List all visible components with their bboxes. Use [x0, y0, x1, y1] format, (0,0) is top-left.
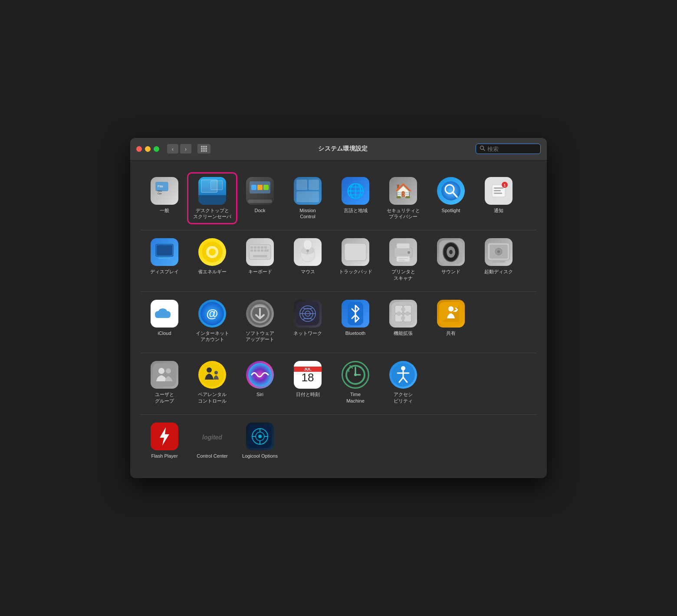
section-internet: iCloud @ [141, 292, 536, 354]
general-icon: File New Ope [151, 177, 178, 205]
pref-bluetooth[interactable]: Bluetooth [332, 296, 379, 346]
pref-timemachine[interactable]: TimeMachine [332, 357, 379, 407]
desktop-screensaver-label: デスクトップとスクリーンセーバ [193, 207, 231, 220]
pref-spotlight[interactable]: Spotlight [427, 174, 475, 223]
extensions-icon-img [389, 300, 417, 328]
svg-rect-41 [261, 249, 263, 252]
pref-users[interactable]: ユーザとグループ [141, 357, 188, 407]
pref-notification[interactable]: 1 通知 [475, 174, 523, 223]
svg-rect-7 [203, 150, 205, 152]
svg-point-81 [401, 307, 405, 311]
svg-rect-54 [398, 258, 408, 259]
pref-network[interactable]: ネットワーク [284, 296, 332, 346]
flash-icon [151, 423, 178, 450]
spotlight-icon-img [437, 177, 465, 205]
desktop-screensaver-icon [198, 177, 226, 205]
pref-general[interactable]: File New Ope 一般 [141, 174, 188, 223]
pref-logicool[interactable]: Logicool Options [236, 419, 284, 462]
network-label: ネットワーク [293, 330, 322, 336]
forward-button[interactable]: › [180, 144, 191, 154]
pref-printer[interactable]: プリンタとスキャナ [379, 235, 427, 285]
section-hardware: ディスプレイ 省エネルギー [141, 230, 536, 292]
pref-startup[interactable]: 起動ディスク [475, 235, 523, 285]
window-title: システム環境設定 [215, 145, 471, 153]
maximize-button[interactable] [154, 146, 159, 152]
icloud-icon-img [151, 300, 178, 328]
mouse-label: マウス [301, 269, 315, 275]
display-icon-img [151, 238, 178, 266]
svg-rect-21 [494, 190, 501, 191]
parental-icon-img [198, 361, 226, 389]
users-icon [151, 361, 178, 389]
svg-rect-2 [205, 146, 207, 147]
back-button[interactable]: ‹ [167, 144, 178, 154]
svg-point-64 [497, 250, 500, 253]
search-box[interactable] [476, 144, 541, 154]
pref-sharing[interactable]: 共有 [427, 296, 475, 346]
pref-mouse[interactable]: マウス [284, 235, 332, 285]
pref-language[interactable]: 🌐 言語と地域 [332, 174, 379, 223]
section-other: Flash Player logited Control Center [141, 415, 536, 469]
sharing-icon-img [437, 300, 465, 328]
pref-dock[interactable]: Dock [236, 174, 284, 223]
svg-rect-35 [257, 246, 260, 249]
keyboard-icon-img [246, 238, 274, 266]
svg-point-88 [158, 368, 164, 374]
pref-desktop-screensaver[interactable]: デスクトップとスクリーンセーバ [188, 174, 236, 223]
mouse-icon-img [294, 238, 322, 266]
general-icon-img: File New Ope [151, 177, 178, 205]
svg-point-86 [448, 306, 454, 311]
display-label: ディスプレイ [150, 269, 179, 275]
pref-icloud[interactable]: iCloud [141, 296, 188, 346]
pref-flash[interactable]: Flash Player [141, 419, 188, 462]
pref-mission-control[interactable]: MissionControl [284, 174, 332, 223]
dock-icon-img [246, 177, 274, 205]
datetime-icon: JUL 18 [294, 361, 322, 389]
svg-rect-8 [205, 150, 207, 152]
pref-parental[interactable]: ペアレンタルコントロール [188, 357, 236, 407]
trackpad-icon [342, 238, 369, 266]
svg-rect-0 [201, 146, 203, 147]
pref-logitech[interactable]: logited Control Center [188, 419, 236, 462]
search-input[interactable] [487, 146, 535, 152]
siri-icon [246, 361, 274, 389]
section-personal-row: File New Ope 一般 [141, 174, 523, 223]
pref-internet-accounts[interactable]: @ インターネットアカウント [188, 296, 236, 346]
svg-rect-34 [254, 246, 256, 249]
general-label: 一般 [160, 207, 169, 213]
trackpad-icon-img [342, 238, 369, 266]
pref-security[interactable]: 🏠 セキュリティとプライバシー [379, 174, 427, 223]
pref-keyboard[interactable]: キーボード [236, 235, 284, 285]
pref-datetime[interactable]: JUL 18 日付と時刻 [284, 357, 332, 407]
grid-view-button[interactable] [197, 144, 210, 154]
svg-rect-5 [205, 148, 207, 150]
keyboard-icon [246, 238, 274, 266]
svg-point-15 [441, 181, 460, 200]
logitech-icon-img: logited [198, 423, 226, 450]
section-other-row: Flash Player logited Control Center [141, 419, 284, 462]
printer-label: プリンタとスキャナ [391, 269, 415, 281]
pref-display[interactable]: ディスプレイ [141, 235, 188, 285]
dock-label: Dock [254, 207, 265, 213]
minimize-button[interactable] [145, 146, 151, 152]
logicool-icon [246, 423, 274, 450]
svg-rect-36 [261, 246, 263, 249]
pref-software-update[interactable]: ソフトウェアアップデート [236, 296, 284, 346]
close-button[interactable] [136, 146, 142, 152]
accessibility-icon [389, 361, 417, 389]
svg-rect-42 [264, 249, 269, 252]
pref-siri[interactable]: Siri [236, 357, 284, 407]
accessibility-icon-img [389, 361, 417, 389]
section-system: ユーザとグループ [141, 353, 536, 415]
icloud-label: iCloud [158, 330, 171, 336]
svg-rect-33 [250, 246, 253, 249]
internet-accounts-label: インターネットアカウント [196, 330, 229, 343]
section-internet-row: iCloud @ [141, 296, 475, 346]
pref-extensions[interactable]: 機能拡張 [379, 296, 427, 346]
startup-label: 起動ディスク [484, 269, 513, 275]
bluetooth-icon-img [342, 300, 369, 328]
pref-trackpad[interactable]: トラックパッド [332, 235, 379, 285]
pref-sound[interactable]: サウンド [427, 235, 475, 285]
pref-energy[interactable]: 省エネルギー [188, 235, 236, 285]
pref-accessibility[interactable]: アクセシビリティ [379, 357, 427, 407]
